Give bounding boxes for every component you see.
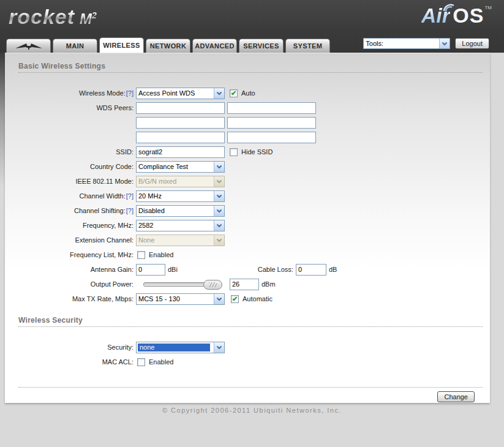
hide-ssid-checkbox[interactable]	[230, 148, 238, 156]
tab-main[interactable]: MAIN	[53, 39, 97, 53]
trademark-symbol: TM	[484, 5, 492, 10]
chevron-down-icon	[214, 176, 224, 187]
airos-logo: Air OSTM	[421, 4, 492, 28]
wireless-mode-label: Wireless Mode:[?]	[18, 89, 134, 97]
output-power-slider[interactable]	[143, 282, 221, 287]
auto-checkbox-label: Auto	[241, 89, 255, 97]
frequency-list-checkbox[interactable]	[137, 251, 145, 259]
mac-acl-checkbox[interactable]	[137, 358, 145, 366]
country-code-label: Country Code:	[18, 163, 134, 170]
tab-wireless[interactable]: WIRELESS	[99, 37, 144, 53]
tab-network[interactable]: NETWORK	[146, 39, 190, 53]
security-row: Security: none	[18, 340, 483, 355]
wireless-mode-row: Wireless Mode:[?] Access Point WDS Auto	[18, 86, 483, 100]
channel-shifting-help-link[interactable]: [?]	[126, 207, 134, 214]
channel-width-label-text: Channel Width:	[80, 192, 126, 200]
channel-width-help-link[interactable]: [?]	[126, 192, 134, 200]
chevron-down-icon	[214, 88, 224, 99]
wds-peer-input-5[interactable]	[136, 132, 225, 143]
rocket-model-sup: 2	[92, 10, 97, 20]
antenna-gain-row: Antenna Gain: dBi Cable Loss: dB	[18, 262, 483, 277]
wds-peers-row-3	[18, 130, 483, 145]
ieee-mode-row: IEEE 802.11 Mode: B/G/N mixed	[18, 174, 483, 189]
ieee-mode-label: IEEE 802.11 Mode:	[18, 178, 134, 185]
rocket-model-text: M	[80, 10, 92, 27]
wds-peer-input-6[interactable]	[227, 132, 316, 143]
mac-acl-label: MAC ACL:	[18, 358, 134, 366]
tab-main-label: MAIN	[66, 42, 85, 50]
tab-services[interactable]: SERVICES	[239, 39, 284, 53]
wireless-mode-help-link[interactable]: [?]	[126, 89, 134, 97]
logout-button[interactable]: Logout	[455, 38, 489, 49]
frequency-select[interactable]: 2582	[136, 220, 225, 231]
antenna-gain-unit: dBi	[168, 266, 178, 273]
chevron-down-icon	[214, 220, 224, 231]
tools-select-value: Tools:	[364, 40, 439, 47]
output-power-input[interactable]	[230, 279, 259, 290]
channel-shifting-row: Channel Shifting:[?] Disabled	[18, 203, 483, 218]
ubiquiti-antenna-icon	[14, 42, 43, 50]
section-divider	[18, 70, 483, 73]
extension-channel-select: None	[136, 235, 225, 246]
tab-bar: MAIN WIRELESS NETWORK ADVANCED SERVICES …	[6, 37, 332, 53]
copyright-text: © Copyright 2006-2011 Ubiquiti Networks,…	[0, 407, 504, 414]
max-tx-rate-select[interactable]: MCS 15 - 130	[136, 293, 225, 305]
channel-width-label: Channel Width:[?]	[18, 192, 134, 200]
extension-channel-value: None	[137, 236, 214, 244]
channel-shifting-select[interactable]: Disabled	[136, 205, 225, 217]
wireless-mode-select[interactable]: Access Point WDS	[136, 88, 225, 99]
chevron-down-icon	[214, 206, 224, 216]
tab-wireless-label: WIRELESS	[103, 42, 140, 49]
frequency-list-row: Frequency List, MHz: Enabled	[18, 247, 483, 262]
tab-system-label: SYSTEM	[293, 42, 323, 50]
auto-checkbox[interactable]	[230, 89, 238, 97]
security-select[interactable]: none	[136, 342, 225, 353]
output-power-row: Output Power: dBm	[18, 277, 483, 291]
automatic-checkbox[interactable]	[231, 295, 239, 303]
cable-loss-unit: dB	[329, 266, 337, 273]
extension-channel-row: Extension Channel: None	[18, 233, 483, 247]
basic-wireless-form: Wireless Mode:[?] Access Point WDS Auto …	[18, 86, 483, 306]
country-code-value: Compliance Test	[137, 163, 214, 170]
tools-select[interactable]: Tools:	[363, 38, 450, 49]
change-button[interactable]: Change	[437, 391, 475, 402]
rocket-m2-logo: rocketM2	[9, 5, 97, 29]
ssid-input[interactable]	[136, 146, 225, 158]
max-tx-rate-row: Max TX Rate, Mbps: MCS 15 - 130 Automati…	[18, 291, 483, 306]
airos-os-text: OS	[453, 4, 484, 27]
channel-width-value: 20 MHz	[137, 192, 214, 200]
ssid-label: SSID:	[18, 148, 134, 156]
channel-width-select[interactable]: 20 MHz	[136, 190, 225, 202]
bottom-divider	[18, 385, 483, 388]
tab-advanced[interactable]: ADVANCED	[192, 39, 237, 53]
ssid-row: SSID: Hide SSID	[18, 145, 483, 159]
cable-loss-input[interactable]	[296, 264, 326, 276]
wds-peers-row-2	[18, 115, 483, 130]
airos-page: rocketM2 Air OSTM MAIN	[0, 0, 504, 447]
tab-network-label: NETWORK	[150, 42, 187, 50]
channel-shifting-label: Channel Shifting:[?]	[18, 207, 134, 214]
extension-channel-label: Extension Channel:	[18, 236, 134, 244]
chevron-down-icon	[214, 294, 224, 304]
security-value: none	[138, 344, 210, 351]
chevron-down-icon	[439, 39, 449, 48]
cable-loss-label: Cable Loss:	[247, 266, 293, 273]
basic-wireless-settings-title: Basic Wireless Settings	[18, 62, 483, 70]
max-tx-rate-value: MCS 15 - 130	[137, 295, 214, 302]
country-code-select[interactable]: Compliance Test	[136, 161, 225, 173]
frequency-list-enabled-label: Enabled	[149, 251, 173, 258]
rocket-logo-text: rocket	[9, 5, 75, 28]
wds-peer-input-4[interactable]	[227, 117, 316, 129]
wds-peer-input-2[interactable]	[227, 102, 316, 114]
max-tx-rate-label: Max TX Rate, Mbps:	[18, 295, 134, 302]
wds-peer-input-3[interactable]	[136, 117, 225, 129]
output-power-slider-handle[interactable]	[203, 280, 222, 290]
frequency-label: Frequency, MHz:	[18, 222, 134, 229]
tab-system[interactable]: SYSTEM	[285, 39, 330, 53]
antenna-gain-input[interactable]	[136, 264, 165, 276]
slider-grip-icon	[209, 282, 217, 287]
channel-shifting-label-text: Channel Shifting:	[74, 207, 126, 214]
tab-home[interactable]	[6, 39, 51, 53]
wds-peer-input-1[interactable]	[136, 102, 225, 114]
chevron-down-icon	[214, 162, 224, 172]
